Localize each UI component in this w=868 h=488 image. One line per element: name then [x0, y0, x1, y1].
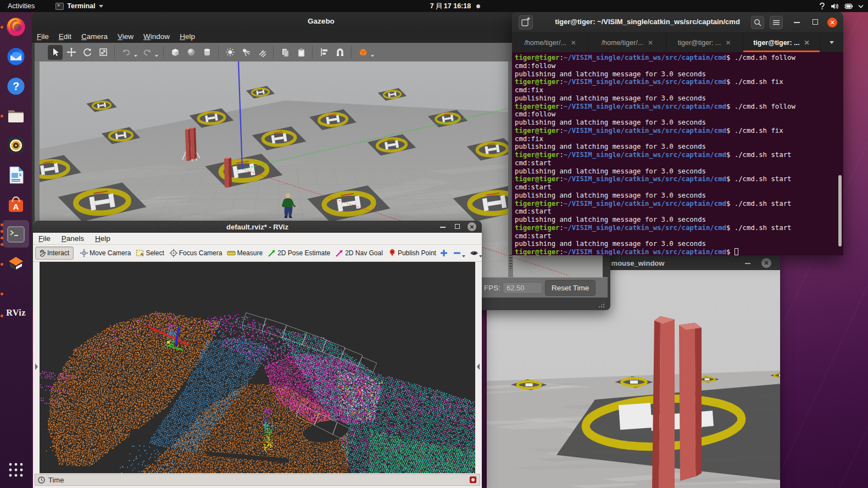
show-applications-button[interactable]: [0, 455, 32, 485]
rviz-tool-focus-camera[interactable]: Focus Camera: [168, 247, 224, 259]
rviz-minimize-button[interactable]: [440, 227, 446, 228]
chevron-down-icon[interactable]: [155, 55, 158, 57]
mouse-window-minimize-button[interactable]: [745, 263, 750, 264]
gazebo-tool-view-angle[interactable]: [355, 45, 370, 60]
gazebo-tool-paste[interactable]: [293, 45, 308, 60]
rviz-maximize-button[interactable]: [455, 224, 460, 229]
fps-value-field[interactable]: 62.50: [503, 282, 542, 294]
rviz-left-panel-expand-arrow[interactable]: [34, 362, 38, 371]
record-icon[interactable]: [470, 476, 476, 483]
new-tab-button[interactable]: [519, 15, 533, 30]
rviz-tool-2d-nav-goal[interactable]: 2D Nav Goal: [333, 247, 385, 259]
battery-icon[interactable]: [844, 3, 853, 9]
hand-icon: [37, 249, 46, 257]
gazebo-tool-point-light[interactable]: [222, 45, 237, 60]
rviz-menu-file[interactable]: File: [33, 234, 56, 243]
red-pillar: [190, 127, 197, 159]
gazebo-tool-copy[interactable]: [277, 45, 292, 60]
dock-item-thunderbird[interactable]: [0, 42, 32, 71]
terminal-scrollbar[interactable]: [838, 175, 842, 246]
tab-list-button[interactable]: [820, 33, 843, 52]
rviz-tool-select[interactable]: Select: [134, 247, 165, 259]
fps-label: FPS:: [484, 284, 500, 292]
rviz-3d-view[interactable]: [40, 262, 475, 473]
terminal-close-button[interactable]: ✕: [827, 18, 837, 27]
gazebo-tool-scale[interactable]: [96, 45, 110, 60]
app-menu[interactable]: Terminal: [55, 2, 103, 10]
tab-close-icon[interactable]: ✕: [725, 39, 731, 47]
gazebo-tool-snap[interactable]: [332, 45, 347, 60]
gazebo-menu-view[interactable]: View: [113, 31, 138, 42]
terminal-titlebar[interactable]: tiger@tiger: ~/VISIM_single/catkin_ws/sr…: [512, 12, 843, 33]
dock-item-libreoffice-writer[interactable]: [0, 160, 32, 190]
gazebo-menu-window[interactable]: Window: [138, 31, 175, 42]
rviz-eye-button[interactable]: [470, 249, 482, 257]
rviz-right-panel-expand-arrow[interactable]: [476, 362, 481, 371]
terminal-minimize-button[interactable]: [794, 22, 800, 23]
rviz-close-button[interactable]: ✕: [468, 222, 476, 231]
dock-item-rhythmbox[interactable]: [0, 131, 32, 160]
gazebo-menu-file[interactable]: File: [32, 31, 54, 42]
gazebo-tool-box[interactable]: [168, 45, 182, 60]
rviz-tool-move-camera[interactable]: Move Camera: [78, 247, 132, 259]
gazebo-tool-redo[interactable]: [140, 45, 154, 60]
gazebo-resize-grip[interactable]: [598, 301, 605, 307]
rviz-zoom-out-button[interactable]: [453, 249, 465, 257]
dock-item-gazebo[interactable]: [0, 249, 32, 279]
tab-close-icon[interactable]: ✕: [648, 39, 653, 47]
gazebo-tool-spot-light[interactable]: [238, 45, 253, 60]
tab-close-icon[interactable]: ✕: [571, 39, 576, 47]
gazebo-menu-help[interactable]: Help: [175, 31, 200, 42]
dock-item-firefox[interactable]: [0, 12, 32, 42]
dock-item-ubuntu-software[interactable]: A: [0, 190, 32, 220]
gazebo-tool-align[interactable]: [316, 45, 331, 60]
chevron-down-icon[interactable]: [371, 55, 374, 57]
rviz-menu-panels[interactable]: Panels: [56, 234, 90, 243]
terminal-tab-4[interactable]: tiger@tiger: ...✕: [743, 33, 820, 52]
network-question-icon[interactable]: [819, 2, 826, 10]
dock-item-files[interactable]: [0, 101, 32, 131]
gazebo-tool-cylinder[interactable]: [199, 45, 214, 60]
gazebo-menu-camera[interactable]: Camera: [76, 31, 113, 42]
dock-item-terminal[interactable]: [0, 220, 32, 249]
gazebo-tool-directional-light[interactable]: [254, 45, 269, 60]
chevron-down-icon[interactable]: [858, 4, 864, 8]
volume-icon[interactable]: [831, 3, 839, 10]
gazebo-tool-rotate[interactable]: [80, 45, 94, 60]
gazebo-tool-undo[interactable]: [119, 45, 133, 60]
gazebo-menu-edit[interactable]: Edit: [54, 31, 76, 42]
rviz-tool-measure[interactable]: Measure: [225, 247, 264, 259]
rviz-tool-publish-point[interactable]: Publish Point: [386, 247, 438, 259]
terminal-tab-3[interactable]: tiger@tiger: ...✕: [666, 33, 743, 52]
rviz-zoom-in-button[interactable]: [439, 249, 448, 257]
red-pillar: [224, 158, 232, 187]
dock-item-rviz[interactable]: RViz: [0, 301, 32, 325]
rviz-tool-2d-pose-estimate[interactable]: 2D Pose Estimate: [266, 247, 332, 259]
mouse-window-close-button[interactable]: ✕: [761, 258, 771, 268]
rviz-time-panel[interactable]: Time: [35, 474, 480, 486]
system-tray[interactable]: [819, 0, 864, 12]
gazebo-tool-translate[interactable]: [64, 45, 79, 60]
terminal-tab-1[interactable]: /home/tiger/...✕: [512, 33, 589, 52]
terminal-tab-2[interactable]: /home/tiger/...✕: [589, 33, 666, 52]
search-button[interactable]: [751, 16, 764, 29]
rviz-menu-help[interactable]: Help: [90, 234, 116, 243]
clock[interactable]: 7 17 16:18: [430, 2, 471, 10]
dock-item-unnamed-app[interactable]: [0, 279, 32, 301]
menu-button[interactable]: [770, 16, 783, 29]
rviz-tool-interact[interactable]: Interact: [35, 246, 74, 260]
rviz-titlebar[interactable]: default.rviz* - RViz ✕: [33, 221, 482, 233]
terminal-window: tiger@tiger: ~/VISIM_single/catkin_ws/sr…: [512, 12, 843, 255]
rviz-toolbar: InteractMove CameraSelectFocus CameraMea…: [33, 245, 482, 262]
chevron-down-icon[interactable]: [134, 55, 137, 57]
terminal-line: tiger@tiger:~/VISIM_single/catkin_ws/src…: [515, 175, 795, 183]
terminal-maximize-button[interactable]: [813, 19, 818, 25]
tab-close-icon[interactable]: ✕: [804, 39, 810, 47]
terminal-line: cmd:fix: [515, 135, 795, 143]
dock-item-help[interactable]: ?: [0, 71, 32, 101]
gazebo-tool-sphere[interactable]: [183, 45, 198, 60]
activities-button[interactable]: Activities: [0, 0, 42, 12]
terminal-content[interactable]: tiger@tiger:~/VISIM_single/catkin_ws/src…: [512, 52, 843, 255]
reset-time-button[interactable]: Reset Time: [545, 280, 596, 296]
gazebo-tool-select-arrow[interactable]: [48, 45, 63, 60]
